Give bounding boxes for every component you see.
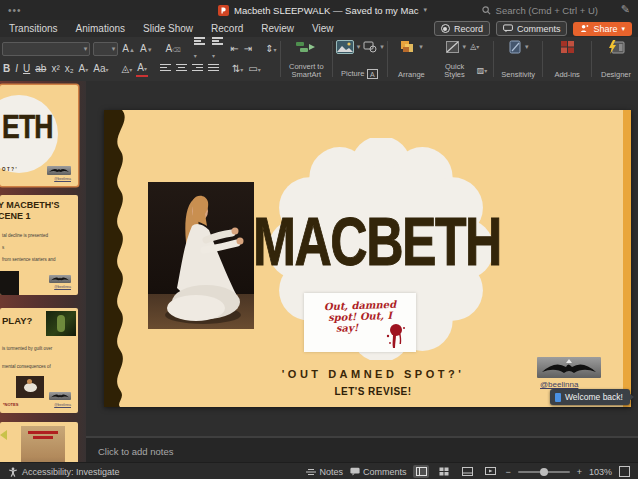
quote-image[interactable]: Out, damned spot! Out, I say!	[304, 293, 416, 352]
underline-button[interactable]: U	[22, 63, 31, 75]
tab-animations[interactable]: Animations	[67, 23, 134, 34]
font-color-button[interactable]: A▾	[136, 62, 148, 77]
sensitivity-button[interactable]: ▾ Sensitivity	[496, 37, 540, 81]
accessibility-icon	[8, 467, 18, 477]
bat-logo-image[interactable]	[537, 357, 601, 378]
bat-logo-image	[49, 392, 71, 400]
line-spacing-button[interactable]: ⇕▾	[264, 43, 277, 56]
accessibility-status[interactable]: Accessibility: Investigate	[8, 467, 120, 477]
slide-title[interactable]: MACBETH	[253, 207, 501, 275]
bold-button[interactable]: B	[2, 63, 11, 75]
fit-slide-to-window-button[interactable]	[619, 466, 630, 477]
arrange-button[interactable]: ▾ Arrange	[389, 37, 433, 81]
convert-to-smartart-button[interactable]: Convert to SmartArt	[283, 37, 331, 81]
slide-subtitle[interactable]: 'OUT DAMNED SPOT?'	[218, 368, 528, 380]
bullets-button[interactable]: ▾	[193, 36, 208, 63]
svg-text:A: A	[370, 71, 375, 78]
thumb3-photo-actress	[16, 376, 44, 398]
decrease-indent-button[interactable]: ⇤	[229, 43, 239, 55]
window-controls-icon[interactable]: •••	[8, 5, 68, 16]
tab-transitions[interactable]: Transitions	[0, 23, 67, 34]
zoom-out-button[interactable]: −	[505, 467, 510, 477]
tab-view[interactable]: View	[303, 23, 343, 34]
zoom-slider[interactable]	[518, 471, 570, 473]
font-name-select[interactable]: ▾	[2, 42, 90, 56]
tab-slide-show[interactable]: Slide Show	[134, 23, 202, 34]
slide-sorter-view-button[interactable]	[436, 465, 452, 478]
slide-thumbnail-3[interactable]: PLAY? is tormented by guilt over mental …	[0, 308, 78, 413]
author-handle: @beelinna	[54, 285, 71, 289]
document-title[interactable]: Macbeth SLEEPWALK — Saved to my Mac	[234, 5, 418, 16]
text-direction-button[interactable]: ⇅▾	[231, 63, 244, 76]
quick-styles-button[interactable]: ▾ ◬▾ Quick Styles ▨▾	[433, 37, 491, 81]
highlight-button[interactable]: A▾	[78, 63, 90, 76]
slide-thumbnail-1[interactable]: ETH OT?' @beelinna	[0, 85, 78, 186]
accent-strip	[623, 110, 631, 407]
powerpoint-doc-icon	[218, 5, 229, 16]
shape-effects-mini-icon[interactable]: ▨▾	[476, 65, 489, 77]
superscript-button[interactable]: x²	[50, 63, 60, 75]
edit-pencil-icon[interactable]: ✎	[621, 3, 630, 16]
grow-font-button[interactable]: A▲	[121, 43, 136, 56]
subscript-button[interactable]: x₂	[64, 63, 75, 75]
comment-icon	[503, 24, 513, 33]
align-center-button[interactable]	[175, 62, 188, 76]
comments-button[interactable]: Comments	[496, 21, 568, 36]
text-box-button[interactable]: ▭▾	[247, 63, 261, 76]
numbering-button[interactable]: ▾	[211, 36, 226, 63]
picture-button[interactable]: ▾ ▾ Picture A	[335, 37, 384, 81]
lady-macbeth-photo[interactable]	[148, 182, 254, 329]
slide-cta[interactable]: LET'S REVISE!	[218, 386, 528, 397]
zoom-slider-knob[interactable]	[540, 468, 548, 476]
thumb2-heading-line2: CENE 1	[0, 211, 31, 221]
thumb2-bullet: tal decline is presented	[2, 233, 48, 238]
strikethrough-button[interactable]: ab	[34, 63, 47, 75]
comments-toggle[interactable]: Comments	[350, 467, 407, 477]
add-ins-button[interactable]: Add-ins	[545, 37, 589, 81]
blood-splatter-icon	[384, 322, 408, 350]
tab-review[interactable]: Review	[252, 23, 303, 34]
italic-button[interactable]: I	[14, 63, 19, 75]
align-right-button[interactable]	[191, 62, 204, 76]
add-ins-icon	[560, 40, 575, 54]
thumb4-poster-image	[21, 426, 65, 462]
notes-toggle[interactable]: Notes	[306, 467, 343, 477]
designer-button[interactable]: Designer	[594, 37, 638, 81]
tab-record[interactable]: Record	[202, 23, 252, 34]
panel-collapse-arrow-icon[interactable]	[0, 430, 7, 440]
powerpoint-window: ••• Macbeth SLEEPWALK — Saved to my Mac …	[0, 0, 638, 479]
align-left-button[interactable]	[159, 62, 172, 76]
shape-fill-button[interactable]: ◬▾	[121, 63, 134, 76]
slide-thumbnail-2[interactable]: Y MACBETH'S CENE 1 tal decline is presen…	[0, 195, 78, 295]
zoom-level[interactable]: 103%	[589, 467, 612, 477]
share-button[interactable]: Share ▾	[573, 22, 632, 36]
record-button[interactable]: Record	[434, 21, 490, 36]
designer-icon	[608, 40, 625, 54]
record-icon	[441, 24, 450, 33]
change-case-button[interactable]: Aa▾	[92, 63, 109, 76]
text-box-icon: A	[367, 69, 378, 79]
title-bar: ••• Macbeth SLEEPWALK — Saved to my Mac …	[0, 0, 638, 21]
notes-pane[interactable]: Click to add notes	[86, 436, 638, 464]
slideshow-view-button[interactable]	[482, 465, 498, 478]
clear-formatting-button[interactable]: A⌫	[165, 43, 182, 56]
zoom-in-button[interactable]: +	[577, 467, 582, 477]
shape-fill-mini-icon[interactable]: ◬▾	[469, 41, 480, 53]
search-field[interactable]: Search (Cmd + Ctrl + U)	[482, 5, 598, 16]
reading-view-button[interactable]	[459, 465, 475, 478]
author-handle[interactable]: @beelinna	[540, 380, 578, 389]
justify-button[interactable]	[207, 62, 220, 76]
author-handle: @beelinna	[54, 403, 71, 407]
chevron-down-icon[interactable]: ▾	[423, 6, 427, 14]
slide-thumbnail-4[interactable]	[0, 422, 78, 462]
font-size-select[interactable]: ▾	[93, 42, 118, 56]
thumb3-heading-fragment: PLAY?	[2, 315, 32, 326]
slide-canvas[interactable]: MACBETH Out, damned spot! Out, I say! 'O…	[104, 110, 631, 407]
increase-indent-button[interactable]: ⇥	[243, 43, 253, 55]
normal-view-button[interactable]	[413, 465, 429, 478]
tooltip-text: Welcome back!	[565, 392, 623, 402]
shrink-font-button[interactable]: A▼	[139, 43, 154, 56]
ribbon-tab-bar: Transitions Animations Slide Show Record…	[0, 20, 638, 38]
notes-icon	[306, 468, 316, 476]
thumb2-bullet: from sentence starters and	[2, 257, 56, 262]
